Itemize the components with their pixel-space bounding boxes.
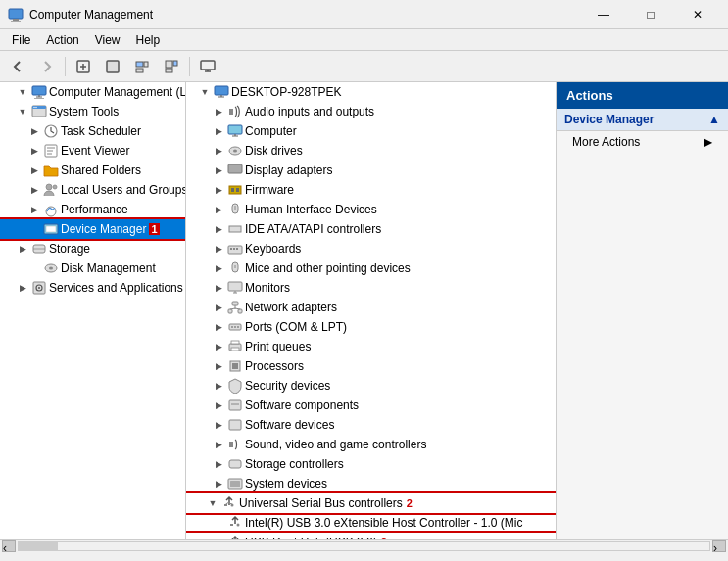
device-software-devices[interactable]: ▶ Software devices [186, 415, 556, 435]
sidebar-item-device-manager[interactable]: Device Manager 1 [0, 219, 185, 239]
menu-file[interactable]: File [4, 31, 38, 49]
scroll-right-btn[interactable]: › [712, 540, 726, 552]
tree-root-label: Computer Management (Local [49, 85, 186, 99]
device-manager-icon [43, 221, 59, 237]
sidebar-item-shared-folders[interactable]: ▶ Shared Folders [0, 161, 185, 180]
device-system-devices[interactable]: ▶ System devices [186, 474, 556, 493]
sidebar-item-performance[interactable]: ▶ Performance [0, 200, 185, 219]
device-usb-controllers-label: Universal Serial Bus controllers [239, 496, 403, 510]
svg-rect-43 [236, 188, 239, 192]
svg-rect-0 [9, 9, 23, 19]
maximize-button[interactable]: □ [628, 0, 673, 29]
expand-icon-task: ▶ [27, 124, 41, 138]
svg-rect-75 [230, 481, 240, 487]
toolbar-btn-1[interactable] [70, 54, 97, 79]
device-firmware[interactable]: ▶ Firmware [186, 180, 556, 200]
svg-rect-46 [229, 226, 241, 232]
sw-devices-icon [227, 417, 243, 433]
svg-rect-55 [228, 309, 232, 313]
horizontal-scrollbar[interactable] [18, 541, 710, 551]
device-keyboards[interactable]: ▶ Keyboards [186, 239, 556, 258]
disk-icon [227, 143, 243, 159]
device-network[interactable]: ▶ Network adapters [186, 298, 556, 317]
usb-ctrl-icon [221, 495, 237, 511]
sidebar-item-system-tools[interactable]: ▼ System Tools [0, 102, 185, 121]
svg-rect-56 [238, 309, 242, 313]
device-security-label: Security devices [245, 379, 330, 393]
tree-root[interactable]: ▼ Computer Management (Local [0, 82, 185, 102]
expand-icon-system-tools: ▼ [16, 105, 29, 118]
ports-icon [227, 319, 243, 335]
expand-storage-ctrl-icon: ▶ [212, 457, 225, 471]
usb-root-hub-icon [227, 535, 243, 539]
toolbar-btn-2[interactable] [99, 54, 126, 79]
back-button[interactable] [4, 54, 31, 79]
device-processors[interactable]: ▶ Processors [186, 356, 556, 376]
svg-line-58 [230, 308, 235, 309]
sidebar-item-local-users[interactable]: ▶ Local Users and Groups { [0, 180, 185, 200]
system-dev-icon [227, 476, 243, 491]
svg-rect-6 [136, 69, 143, 72]
svg-rect-11 [201, 61, 215, 70]
svg-point-63 [237, 326, 239, 328]
sidebar-item-disk-management[interactable]: Disk Management [0, 258, 185, 278]
toolbar-btn-monitor[interactable] [194, 54, 221, 79]
device-mice[interactable]: ▶ Mice and other pointing devices [186, 258, 556, 278]
device-usb-controllers[interactable]: ▼ Universal Serial Bus controllers 2 [186, 493, 556, 513]
minimize-button[interactable]: — [581, 0, 626, 29]
sidebar-item-device-manager-label: Device Manager [61, 222, 146, 236]
menu-action[interactable]: Action [38, 31, 86, 49]
device-print[interactable]: ▶ Print queues [186, 337, 556, 356]
sidebar-item-storage[interactable]: ▶ Storage [0, 239, 185, 258]
actions-section-title[interactable]: Device Manager ▲ [557, 109, 728, 131]
menu-view[interactable]: View [87, 31, 128, 49]
device-system-devices-label: System devices [245, 477, 327, 491]
device-root[interactable]: ▼ DESKTOP-928TPEK [186, 82, 556, 102]
device-intel-usb-label: Intel(R) USB 3.0 eXtensible Host Control… [245, 516, 522, 530]
device-audio[interactable]: ▶ Audio inputs and outputs [186, 102, 556, 121]
svg-rect-5 [136, 62, 143, 67]
device-ports[interactable]: ▶ Ports (COM & LPT) [186, 317, 556, 337]
device-security[interactable]: ▶ Security devices [186, 376, 556, 396]
expand-icon-shared: ▶ [27, 164, 41, 177]
svg-rect-13 [34, 98, 44, 99]
device-display[interactable]: ▶ Display adapters [186, 161, 556, 180]
device-usb-root-hub[interactable]: USB Root Hub (USB 3.0) 3 [186, 533, 556, 539]
device-sound[interactable]: ▶ Sound, video and game controllers [186, 435, 556, 454]
menu-bar: File Action View Help [0, 29, 728, 51]
device-ide[interactable]: ▶ IDE ATA/ATAPI controllers [186, 219, 556, 239]
expand-icon-disk [27, 261, 41, 275]
svg-rect-36 [229, 109, 233, 115]
scroll-left-btn[interactable]: ‹ [2, 540, 16, 552]
sidebar-item-task-scheduler[interactable]: ▶ Task Scheduler [0, 121, 185, 141]
toolbar-btn-4[interactable] [158, 54, 185, 79]
main-container: ▼ Computer Management (Local ▼ System To… [0, 82, 728, 539]
display-icon [227, 163, 243, 178]
actions-more-actions[interactable]: More Actions ▶ [557, 131, 728, 153]
device-computer-label: Computer [245, 124, 297, 138]
device-storage-controllers[interactable]: ▶ Storage controllers [186, 454, 556, 474]
expand-computer-icon: ▶ [212, 124, 225, 138]
title-bar: Computer Management — □ ✕ [0, 0, 728, 29]
close-button[interactable]: ✕ [675, 0, 720, 29]
sidebar-item-event-viewer[interactable]: ▶ Event Viewer [0, 141, 185, 161]
svg-rect-54 [232, 302, 238, 305]
sw-components-icon [227, 397, 243, 413]
device-intel-usb[interactable]: Intel(R) USB 3.0 eXtensible Host Control… [186, 513, 556, 533]
forward-button[interactable] [33, 54, 61, 79]
svg-point-81 [237, 524, 240, 527]
bottom-scrollbar-area: ‹ › [0, 539, 728, 551]
menu-help[interactable]: Help [128, 31, 169, 49]
sidebar-item-services-apps[interactable]: ▶ Services and Applications [0, 278, 185, 298]
device-hid[interactable]: ▶ Human Interface Devices [186, 200, 556, 219]
device-disk[interactable]: ▶ Disk drives [186, 141, 556, 161]
sidebar-item-task-scheduler-label: Task Scheduler [61, 124, 141, 138]
device-network-label: Network adapters [245, 301, 337, 314]
device-software-components[interactable]: ▶ Software components [186, 396, 556, 415]
hid-icon [227, 202, 243, 217]
device-monitors[interactable]: ▶ Monitors [186, 278, 556, 298]
device-computer[interactable]: ▶ Computer [186, 121, 556, 141]
expand-sw-dev-icon: ▶ [212, 418, 225, 432]
expand-disk-icon: ▶ [212, 144, 225, 158]
toolbar-btn-3[interactable] [128, 54, 156, 79]
